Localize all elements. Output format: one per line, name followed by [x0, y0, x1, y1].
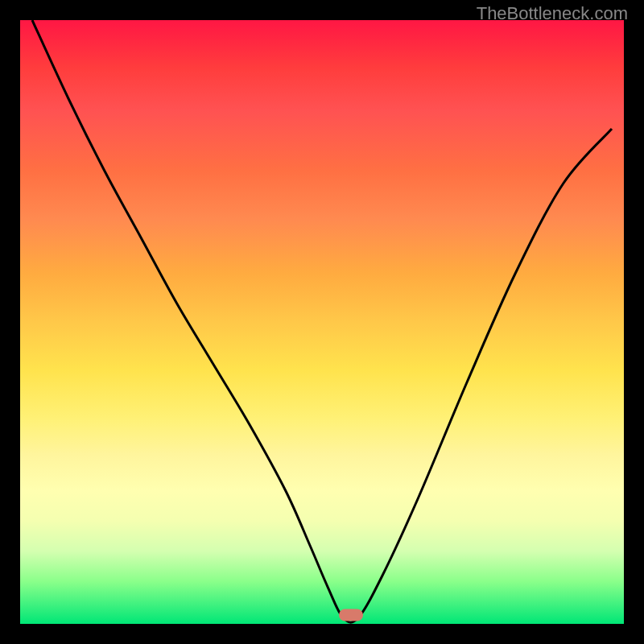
optimal-point-marker	[339, 609, 363, 621]
chart-wrapper: TheBottleneck.com	[0, 0, 644, 644]
watermark-text: TheBottleneck.com	[477, 3, 628, 24]
plot-area	[20, 20, 624, 624]
bottleneck-curve	[20, 20, 624, 624]
